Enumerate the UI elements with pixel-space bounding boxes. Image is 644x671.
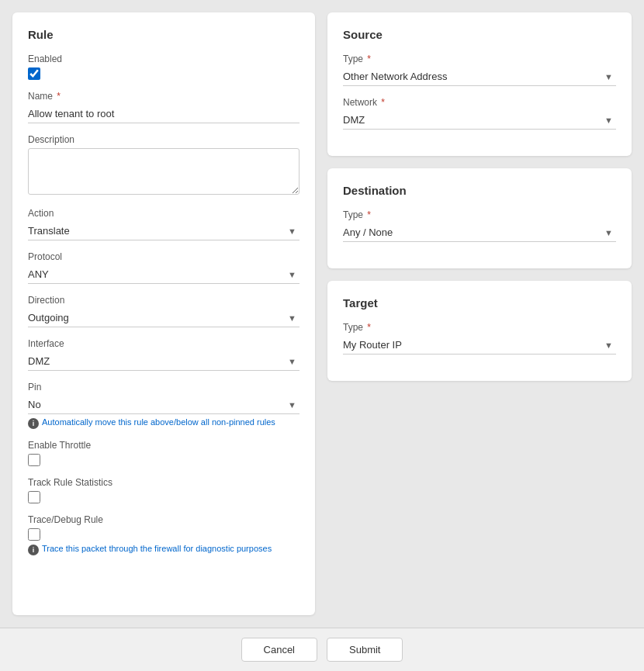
pin-label: Pin [28,382,299,393]
source-network-field: Network * DMZ WAN LAN ▼ [343,97,616,130]
target-panel: Target Type * My Router IP Other IP Addr… [327,281,632,381]
pin-field: Pin No Yes - Above Yes - Below ▼ i Autom… [28,382,299,429]
pin-select-wrapper: No Yes - Above Yes - Below ▼ [28,396,299,414]
target-type-field: Type * My Router IP Other IP Address ▼ [343,322,616,355]
source-network-select-wrapper: DMZ WAN LAN ▼ [343,111,616,130]
interface-select[interactable]: DMZ WAN LAN [28,352,299,371]
trace-debug-info-icon: i [28,545,39,555]
cancel-button[interactable]: Cancel [241,638,317,662]
target-type-select-wrapper: My Router IP Other IP Address ▼ [343,336,616,355]
destination-type-field: Type * Any / None Single Host or Network… [343,209,616,242]
throttle-checkbox[interactable] [28,454,40,466]
direction-label: Direction [28,295,299,306]
destination-type-required: * [365,209,371,220]
destination-panel-title: Destination [343,184,616,197]
source-type-select-wrapper: Other Network Address Any / None Single … [343,67,616,86]
trace-debug-info-text: Trace this packet through the firewall f… [42,544,272,553]
source-panel: Source Type * Other Network Address Any … [327,12,632,156]
source-panel-title: Source [343,28,616,41]
name-required: * [54,91,61,102]
trace-debug-checkbox-wrapper [28,528,299,541]
description-label: Description [28,134,299,145]
source-network-select[interactable]: DMZ WAN LAN [343,111,616,130]
action-field: Action Translate Block Allow ▼ [28,208,299,240]
source-network-required: * [379,97,385,108]
interface-label: Interface [28,338,299,349]
pin-info-text: Automatically move this rule above/below… [42,417,275,427]
trace-debug-info: i Trace this packet through the firewall… [28,544,299,555]
direction-select-wrapper: Outgoing Incoming ▼ [28,309,299,327]
enabled-label: Enabled [28,54,299,64]
destination-type-select[interactable]: Any / None Single Host or Network Other … [343,223,616,242]
track-stats-label: Track Rule Statistics [28,477,299,488]
description-field: Description [28,134,299,197]
track-stats-checkbox[interactable] [28,491,40,503]
protocol-label: Protocol [28,251,299,262]
enabled-checkbox[interactable] [28,67,40,80]
pin-select[interactable]: No Yes - Above Yes - Below [28,396,299,414]
pin-info: i Automatically move this rule above/bel… [28,417,299,429]
right-column: Source Type * Other Network Address Any … [327,12,632,615]
interface-select-wrapper: DMZ WAN LAN ▼ [28,352,299,371]
description-input[interactable] [28,148,299,195]
enabled-checkbox-wrapper [28,67,299,80]
rule-panel-title: Rule [28,28,299,41]
trace-debug-field: Trace/Debug Rule i Trace this packet thr… [28,514,299,555]
enabled-field: Enabled [28,54,299,80]
interface-field: Interface DMZ WAN LAN ▼ [28,338,299,371]
destination-panel: Destination Type * Any / None Single Hos… [327,168,632,268]
source-type-required: * [365,54,371,64]
direction-field: Direction Outgoing Incoming ▼ [28,295,299,327]
protocol-select-wrapper: ANY TCP UDP ICMP ▼ [28,265,299,284]
trace-debug-checkbox[interactable] [28,528,40,541]
destination-type-label: Type * [343,209,616,220]
track-stats-field: Track Rule Statistics [28,477,299,503]
source-type-label: Type * [343,54,616,64]
pin-info-icon: i [28,418,39,429]
protocol-field: Protocol ANY TCP UDP ICMP ▼ [28,251,299,284]
destination-type-select-wrapper: Any / None Single Host or Network Other … [343,223,616,242]
trace-debug-label: Trace/Debug Rule [28,514,299,525]
name-field: Name * [28,91,299,123]
action-select-wrapper: Translate Block Allow ▼ [28,222,299,240]
submit-button[interactable]: Submit [327,638,403,662]
rule-panel: Rule Enabled Name * Description Action [12,12,315,615]
action-select[interactable]: Translate Block Allow [28,222,299,240]
source-type-field: Type * Other Network Address Any / None … [343,54,616,86]
track-stats-checkbox-wrapper [28,491,299,503]
protocol-select[interactable]: ANY TCP UDP ICMP [28,265,299,284]
throttle-field: Enable Throttle [28,440,299,466]
footer-bar: Cancel Submit [0,628,644,671]
direction-select[interactable]: Outgoing Incoming [28,309,299,327]
target-type-required: * [365,322,371,333]
throttle-label: Enable Throttle [28,440,299,451]
source-type-select[interactable]: Other Network Address Any / None Single … [343,67,616,86]
action-label: Action [28,208,299,219]
target-panel-title: Target [343,296,616,310]
name-label: Name * [28,91,299,102]
throttle-checkbox-wrapper [28,454,299,466]
target-type-label: Type * [343,322,616,333]
target-type-select[interactable]: My Router IP Other IP Address [343,336,616,355]
source-network-label: Network * [343,97,616,108]
name-input[interactable] [28,105,299,123]
